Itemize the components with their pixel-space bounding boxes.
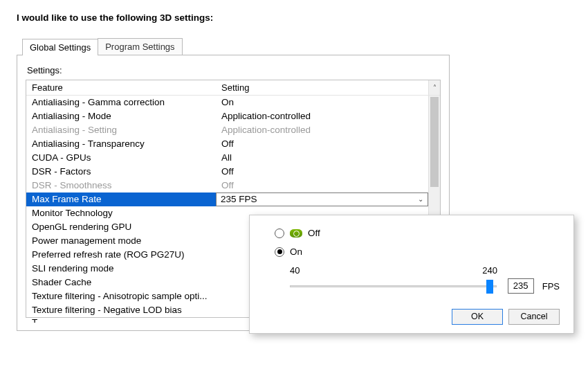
fps-slider[interactable]	[290, 285, 497, 287]
setting-row: DSR - Smoothness Off	[26, 179, 440, 193]
column-header-setting[interactable]: Setting	[216, 80, 428, 95]
list-header: Feature Setting ˄	[26, 80, 440, 96]
feature-cell: Texture filtering - Anisotropic sample o…	[26, 289, 216, 303]
chevron-up-icon: ˄	[433, 84, 437, 91]
fps-slider-thumb[interactable]	[486, 280, 493, 294]
column-header-feature[interactable]: Feature	[26, 80, 216, 95]
setting-cell: Off	[216, 179, 440, 193]
setting-row[interactable]: Antialiasing - Gamma correction On	[26, 96, 440, 109]
feature-cell: Antialiasing - Transparency	[26, 137, 216, 151]
radio-off[interactable]	[275, 229, 284, 238]
settings-label: Settings:	[27, 65, 441, 75]
feature-cell: Monitor Technology	[26, 206, 216, 220]
max-frame-rate-popup: Off On 40 240 235 FPS OK Cancel	[249, 215, 574, 334]
setting-dropdown[interactable]: 235 FPS ⌄	[216, 193, 428, 206]
feature-cell: Power management mode	[26, 234, 216, 248]
scrollbar-thumb[interactable]	[430, 97, 439, 187]
page-title: I would like to use the following 3D set…	[17, 12, 571, 23]
nvidia-eye-icon	[290, 229, 302, 238]
setting-cell: On	[216, 96, 440, 109]
setting-row[interactable]: CUDA - GPUs All	[26, 151, 440, 165]
setting-cell-value: 235 FPS	[221, 193, 257, 206]
radio-off-label: Off	[308, 228, 320, 238]
setting-cell: Off	[216, 137, 440, 151]
chevron-down-icon: ⌄	[418, 193, 423, 206]
ok-button[interactable]: OK	[452, 309, 503, 325]
slider-min-label: 40	[290, 265, 300, 276]
feature-cell: DSR - Factors	[26, 165, 216, 179]
feature-cell: Max Frame Rate	[26, 193, 216, 206]
feature-cell: SLI rendering mode	[26, 262, 216, 276]
feature-cell: OpenGL rendering GPU	[26, 220, 216, 234]
slider-max-label: 240	[482, 265, 497, 276]
tab-row: Global Settings Program Settings	[22, 38, 571, 55]
feature-cell: CUDA - GPUs	[26, 151, 216, 165]
setting-row[interactable]: Antialiasing - Mode Application-controll…	[26, 109, 440, 123]
fps-unit-label: FPS	[542, 281, 560, 292]
setting-cell: Application-controlled	[216, 123, 440, 137]
radio-on[interactable]	[275, 247, 284, 257]
feature-cell: Texture filtering - Negative LOD bias	[26, 303, 216, 317]
setting-row[interactable]: Antialiasing - Transparency Off	[26, 137, 440, 151]
feature-cell: Antialiasing - Gamma correction	[26, 96, 216, 109]
feature-cell: Preferred refresh rate (ROG PG27U)	[26, 248, 216, 262]
tab-global-settings[interactable]: Global Settings	[22, 39, 98, 55]
setting-cell: Application-controlled	[216, 109, 440, 123]
tab-program-settings[interactable]: Program Settings	[98, 38, 182, 55]
feature-cell: DSR - Smoothness	[26, 179, 216, 193]
setting-row: Antialiasing - Setting Application-contr…	[26, 123, 440, 137]
cancel-button[interactable]: Cancel	[508, 309, 560, 325]
setting-row[interactable]: DSR - Factors Off	[26, 165, 440, 179]
scroll-up-button[interactable]: ˄	[428, 80, 440, 95]
setting-cell: Off	[216, 165, 440, 179]
setting-cell: All	[216, 151, 440, 165]
slider-area: 40 240 235 FPS	[290, 265, 560, 294]
fps-value-input[interactable]: 235	[508, 278, 534, 294]
setting-row-selected[interactable]: Max Frame Rate 235 FPS ⌄	[26, 193, 440, 206]
feature-cell: Antialiasing - Setting	[26, 123, 216, 137]
radio-on-row[interactable]: On	[275, 247, 560, 257]
radio-on-label: On	[290, 247, 302, 257]
feature-cell: Shader Cache	[26, 276, 216, 289]
radio-off-row[interactable]: Off	[275, 228, 560, 238]
feature-cell: Antialiasing - Mode	[26, 109, 216, 123]
